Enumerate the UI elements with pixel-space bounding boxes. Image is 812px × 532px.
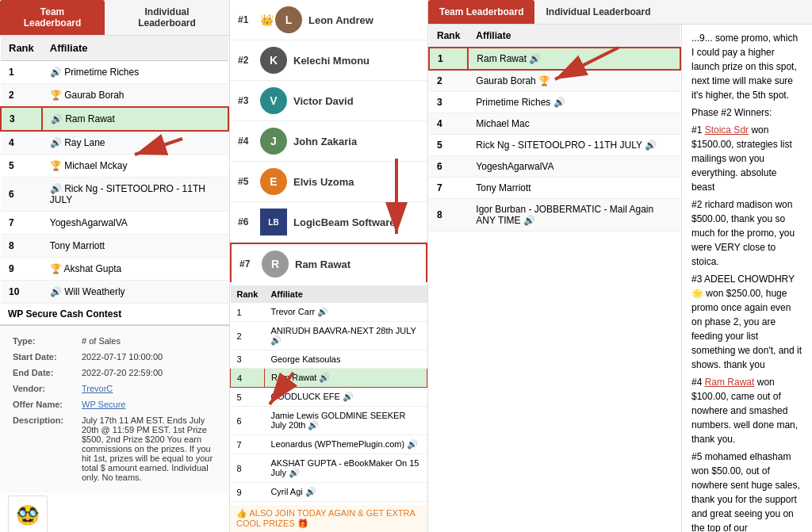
right-col-rank: Rank: [429, 25, 468, 48]
middle-list-item: #3 V Victor David: [230, 81, 427, 121]
right-table-row: 8 Igor Burban - JOBBERMATIC - Mail Again…: [429, 199, 680, 232]
left-table-row: 4 🔊 Ray Lane: [1, 131, 228, 155]
right-table-row: 2 Gaurab Borah 🏆: [429, 70, 680, 92]
rank-cell: 8: [1, 235, 42, 258]
contest-title: WP Secure Cash Contest: [0, 304, 229, 325]
crown-icon: 👑: [260, 13, 274, 26]
middle-panel: #1 👑 L Leon Andrew #2 K Kelechi Mmonu #3…: [230, 0, 428, 532]
left-tab-bar: Team Leaderboard Individual Leaderboard: [0, 0, 229, 36]
right-affiliate-cell: Igor Burban - JOBBERMATIC - Mail Again A…: [468, 199, 680, 232]
affiliate-cell: 🔊 Primetime Riches: [42, 61, 228, 84]
sub-rank-cell: 7: [231, 435, 265, 454]
rank-cell: 6: [1, 178, 42, 212]
left-table-row: 8 Tony Marriott: [1, 235, 228, 258]
right-panel: Team Leaderboard Individual Leaderboard …: [428, 0, 812, 532]
right-tab-bar: Team Leaderboard Individual Leaderboard: [428, 0, 812, 25]
affiliate-cell: 🔊 Ray Lane: [42, 131, 228, 155]
right-table-row: 5 Rick Ng - SITETOOLPRO - 11TH JULY 🔊: [429, 135, 680, 156]
sub-rank-cell: 5: [231, 388, 265, 407]
contest-value: TrevorC: [79, 381, 220, 396]
right-affiliate-cell: Tony Marriott: [468, 178, 680, 199]
contest-label: Vendor:: [10, 381, 77, 396]
person-name: John Zakaria: [293, 136, 357, 147]
left-table-row: 5 🏆 Michael Mckay: [1, 155, 228, 178]
sub-table-row: 8 AKSHAT GUPTA - eBookMaker On 15 July 🔊: [231, 454, 427, 483]
left-table-row: 9 🏆 Akshat Gupta: [1, 258, 228, 281]
left-table-row: 6 🔊 Rick Ng - SITETOOLPRO - 11TH JULY: [1, 178, 228, 212]
sub-table-row: 2 ANIRUDH BAAVRA-NEXT 28th JULY 🔊: [231, 322, 427, 350]
affiliate-cell: YogeshAgarwalVA: [42, 212, 228, 235]
right-text-paragraph: #2 richard madison won $500.00, thank yo…: [691, 197, 802, 269]
contest-value: 2022-07-20 22:59:00: [79, 366, 220, 380]
affiliate-cell: Tony Marriott: [42, 235, 228, 258]
avatar: J: [260, 128, 287, 155]
left-table-row: 2 🏆 Gaurab Borah: [1, 84, 228, 108]
right-rank-cell: 1: [429, 48, 468, 70]
person-name: Victor David: [293, 95, 354, 107]
rank-cell: 2: [1, 84, 42, 108]
middle-list-item: #2 K Kelechi Mmonu: [230, 40, 427, 81]
sub-rank-cell: 6: [231, 407, 265, 435]
avatar: V: [260, 87, 287, 114]
rank-badge: #6: [238, 216, 260, 228]
contest-row: Start Date:2022-07-17 10:00:00: [10, 350, 220, 364]
right-rank-cell: 4: [429, 113, 468, 135]
rank-cell: 9: [1, 258, 42, 281]
contest-row: Description:July 17th 11 AM EST. Ends Ju…: [10, 413, 220, 484]
right-rank-cell: 2: [429, 70, 468, 92]
sub-table-row: 6 Jamie Lewis GOLDMINE SEEKER July 20th …: [231, 407, 427, 435]
contest-row: Offer Name:WP Secure: [10, 397, 220, 411]
contest-value: 2022-07-17 10:00:00: [79, 350, 220, 364]
affiliate-cell: 🏆 Akshat Gupta: [42, 258, 228, 281]
left-panel: Team Leaderboard Individual Leaderboard …: [0, 0, 230, 532]
winner-link[interactable]: Ram Rawat: [705, 377, 755, 388]
left-table-row: 1 🔊 Primetime Riches: [1, 61, 228, 84]
right-rank-cell: 5: [429, 135, 468, 156]
winner-link[interactable]: Stoica Sdr: [705, 124, 749, 136]
sub-affiliate-cell: Ram Rawat 🔊: [264, 369, 427, 388]
sub-table-row: 5 GOODLUCK EFE 🔊: [231, 388, 427, 407]
right-text-paragraph: Phase #2 Winners:: [691, 105, 802, 120]
sub-affiliate-cell: AKSHAT GUPTA - eBookMaker On 15 July 🔊: [264, 454, 427, 483]
rank-badge: #2: [238, 55, 260, 66]
right-col-affiliate: Affiliate: [468, 25, 680, 48]
middle-list-item: #4 J John Zakaria: [230, 121, 427, 162]
contest-label: Start Date:: [10, 350, 77, 364]
sub-table-row: 9 Cyril Agi 🔊: [231, 483, 427, 502]
sub-rank-cell: 3: [231, 350, 265, 369]
sub-col-affiliate: Affiliate: [264, 285, 427, 303]
right-top: Team Leaderboard Individual Leaderboard …: [428, 0, 812, 532]
avatar: E: [260, 168, 287, 195]
left-tab-team[interactable]: Team Leaderboard: [0, 0, 105, 35]
left-contest-section: WP Secure Cash Contest Type:# of SalesSt…: [0, 304, 229, 532]
contest-label: End Date:: [10, 366, 77, 380]
left-table-row: 10 🔊 Will Weatherly: [1, 281, 228, 304]
affiliate-cell: 🔊 Ram Rawat: [42, 107, 228, 131]
contest-label: Offer Name:: [10, 397, 77, 411]
rank-badge: #7: [239, 258, 262, 270]
rank-badge: #3: [238, 95, 260, 106]
logo-avatar: LB: [260, 209, 287, 235]
right-rank-cell: 6: [429, 156, 468, 178]
left-tab-individual[interactable]: Individual Leaderboard: [105, 0, 229, 35]
right-rank-cell: 8: [429, 199, 468, 232]
sub-affiliate-cell: ANIRUDH BAAVRA-NEXT 28th JULY 🔊: [264, 322, 427, 350]
main-container: Team Leaderboard Individual Leaderboard …: [0, 0, 812, 532]
middle-list-item: #1 👑 L Leon Andrew: [230, 0, 427, 40]
rank-cell: 1: [1, 61, 42, 84]
right-text-paragraph: #5 mohamed elhasham won $50.00, out of n…: [691, 450, 802, 532]
middle-list-item: #7 R Ram Rawat: [230, 243, 427, 282]
contest-row: Type:# of Sales: [10, 334, 220, 348]
sub-rank-cell: 1: [231, 303, 265, 322]
sub-affiliate-cell: George Katsoulas: [264, 350, 427, 369]
sub-col-rank: Rank: [231, 285, 265, 303]
also-join-banner: 👍 ALSO JOIN TODAY AGAIN & GET EXTRA COOL…: [230, 505, 427, 532]
right-tab-team[interactable]: Team Leaderboard: [428, 0, 534, 24]
sub-affiliate-cell: Trevor Carr 🔊: [264, 303, 427, 322]
contest-link[interactable]: TrevorC: [82, 384, 113, 393]
person-name: Elvis Uzoma: [293, 176, 354, 188]
contest-link[interactable]: WP Secure: [82, 400, 125, 409]
mustache-logo: 🥸: [8, 496, 48, 532]
sub-table-row: 1 Trevor Carr 🔊: [231, 303, 427, 322]
right-tab-individual[interactable]: Individual Leaderboard: [534, 0, 661, 24]
